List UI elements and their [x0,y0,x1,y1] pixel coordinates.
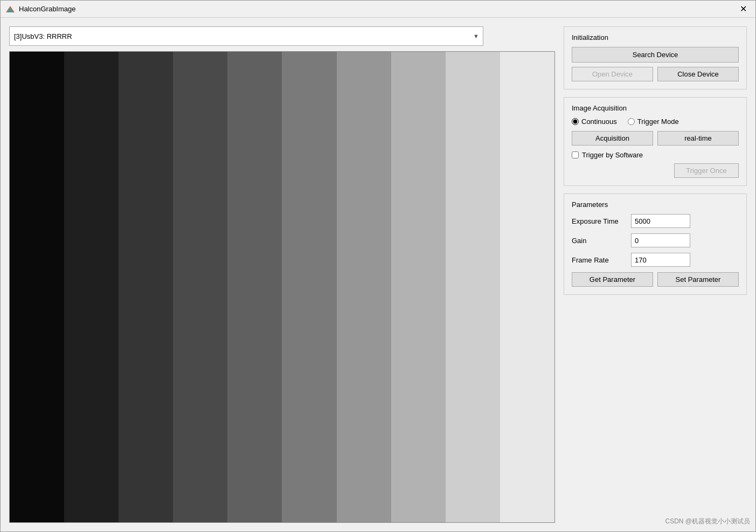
title-bar-left: HalconGrabImage [6,5,76,13]
title-bar: HalconGrabImage ✕ [1,1,755,18]
continuous-radio-label[interactable]: Continuous [572,118,617,126]
gain-row: Gain [572,233,739,247]
device-select-wrapper: [3]UsbV3: RRRRR [9,26,483,46]
right-panel: Initialization Search Device Open Device… [564,26,747,523]
initialization-label: Initialization [572,33,739,42]
device-select[interactable]: [3]UsbV3: RRRRR [9,26,483,46]
gain-label: Gain [572,237,626,245]
set-parameter-button[interactable]: Set Parameter [657,272,739,287]
close-device-button[interactable]: Close Device [657,67,739,81]
window-title: HalconGrabImage [19,5,76,13]
trigger-once-row: Trigger Once [572,163,739,178]
frame-rate-row: Frame Rate [572,253,739,267]
parameters-section: Parameters Exposure Time Gain Frame Rate… [564,194,747,295]
get-parameter-button[interactable]: Get Parameter [572,272,653,287]
app-icon [6,5,15,13]
parameters-label: Parameters [572,201,739,209]
frame-rate-label: Frame Rate [572,256,626,264]
image-acquisition-label: Image Acquisition [572,104,739,112]
gradient-bar [500,52,554,522]
trigger-software-row: Trigger by Software [572,151,739,159]
parameter-buttons-row: Get Parameter Set Parameter [572,272,739,287]
gradient-bar [64,52,119,522]
acquisition-buttons-row: Acquisition real-time [572,131,739,146]
acquisition-mode-row: Continuous Trigger Mode [572,118,739,126]
continuous-label: Continuous [581,118,617,126]
acquisition-button[interactable]: Acquisition [572,131,653,146]
gradient-bar [227,52,282,522]
gradient-bar [391,52,446,522]
trigger-mode-radio[interactable] [628,118,635,125]
frame-rate-input[interactable] [631,253,690,267]
realtime-button[interactable]: real-time [657,131,739,146]
trigger-software-label: Trigger by Software [582,151,643,159]
exposure-time-row: Exposure Time [572,214,739,228]
gradient-bars [10,52,554,522]
trigger-mode-radio-label[interactable]: Trigger Mode [628,118,679,126]
gradient-bar [446,52,500,522]
exposure-time-label: Exposure Time [572,217,626,225]
image-display [9,51,555,523]
watermark: CSDN @机器视觉小小测试员 [665,517,750,526]
gradient-bar [337,52,391,522]
device-select-row: [3]UsbV3: RRRRR [9,26,555,46]
initialization-section: Initialization Search Device Open Device… [564,26,747,89]
exposure-time-input[interactable] [631,214,690,228]
gradient-bar [119,52,173,522]
main-content: [3]UsbV3: RRRRR Initialization Search De… [1,18,755,531]
trigger-mode-label: Trigger Mode [637,118,679,126]
continuous-radio[interactable] [572,118,579,125]
image-acquisition-section: Image Acquisition Continuous Trigger Mod… [564,97,747,186]
gradient-bar [10,52,64,522]
close-button[interactable]: ✕ [737,3,750,15]
gradient-bar [282,52,336,522]
search-device-button[interactable]: Search Device [572,47,739,63]
trigger-once-button[interactable]: Trigger Once [674,163,739,178]
trigger-software-checkbox[interactable] [572,151,579,158]
open-device-button[interactable]: Open Device [572,67,653,81]
gain-input[interactable] [631,233,690,247]
main-window: HalconGrabImage ✕ [3]UsbV3: RRRRR Initia… [0,0,756,532]
device-buttons-row: Open Device Close Device [572,67,739,81]
left-panel: [3]UsbV3: RRRRR [9,26,555,523]
gradient-bar [173,52,227,522]
